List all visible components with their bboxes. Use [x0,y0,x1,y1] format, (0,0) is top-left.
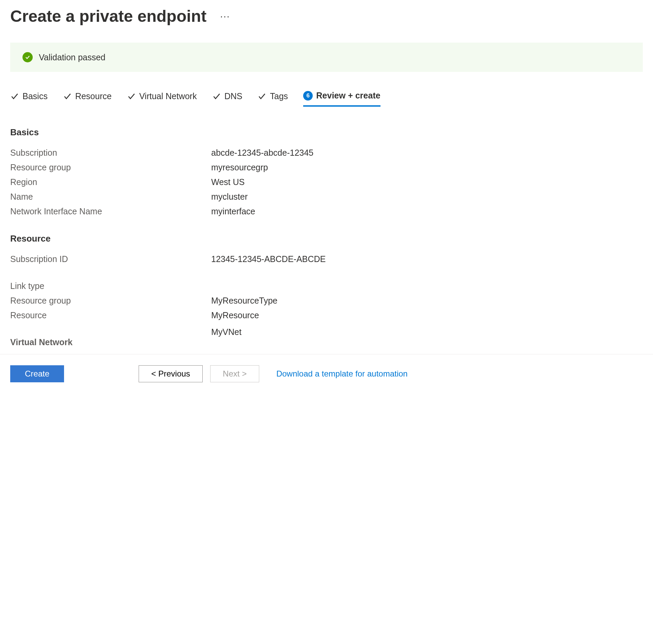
tab-label: Basics [22,91,48,101]
more-icon[interactable]: ··· [220,11,230,22]
step-number-icon: 6 [303,91,313,101]
check-icon [258,92,266,101]
check-icon [10,92,19,101]
review-row: Name mycluster [10,192,643,202]
section-basics: Basics Subscription abcde-12345-abcde-12… [10,127,643,216]
row-label: Region [10,177,211,187]
tab-label: Virtual Network [139,91,197,101]
tab-basics[interactable]: Basics [10,91,48,106]
tab-dns[interactable]: DNS [212,91,243,106]
wizard-footer: Create < Previous Next > Download a temp… [0,354,653,393]
section-title: Basics [10,127,643,138]
review-row: Virtual Network MyVNet [10,337,643,347]
row-label: Link type [10,281,211,291]
download-template-link[interactable]: Download a template for automation [276,369,408,379]
check-icon [63,92,72,101]
tab-resource[interactable]: Resource [63,91,112,106]
review-row: Subscription ID 12345-12345-ABCDE-ABCDE [10,254,643,264]
row-label: Subscription ID [10,254,211,264]
row-value: MyResourceType [211,296,278,306]
check-icon [212,92,221,101]
tab-label: Tags [270,91,288,101]
wizard-tabs: Basics Resource Virtual Network DNS Tags… [10,91,643,107]
row-label: Subscription [10,148,211,158]
review-row: Resource group myresourcegrp [10,163,643,172]
check-icon [127,92,136,101]
review-row: Resource group MyResourceType [10,296,643,306]
row-value: West US [211,177,245,187]
review-row: Subscription abcde-12345-abcde-12345 [10,148,643,158]
validation-banner: Validation passed [10,43,643,72]
review-row: Region West US [10,177,643,187]
next-button: Next > [210,365,259,382]
row-label: Resource group [10,163,211,172]
row-value: MyVNet [211,327,242,337]
row-label: Resource group [10,296,211,306]
section-title: Resource [10,233,643,244]
check-circle-icon [22,52,33,62]
tab-review-create[interactable]: 6 Review + create [303,91,380,107]
create-button[interactable]: Create [10,365,64,382]
row-value: myresourcegrp [211,163,268,172]
review-row: Link type [10,281,643,291]
row-label: Name [10,192,211,202]
section-title: Virtual Network [10,337,211,347]
row-label: Resource [10,310,211,320]
row-value: abcde-12345-abcde-12345 [211,148,313,158]
row-value: MyResource [211,310,259,320]
section-virtual-network: Virtual Network MyVNet [10,337,643,347]
validation-message: Validation passed [39,52,106,62]
row-value: mycluster [211,192,248,202]
tab-label: Resource [75,91,112,101]
row-value: 12345-12345-ABCDE-ABCDE [211,254,326,264]
tab-label: DNS [224,91,243,101]
tab-virtual-network[interactable]: Virtual Network [127,91,197,106]
tab-tags[interactable]: Tags [258,91,288,106]
row-value: myinterface [211,206,255,216]
page-title: Create a private endpoint [10,7,206,26]
previous-button[interactable]: < Previous [139,365,203,382]
page-header: Create a private endpoint ··· [10,7,643,26]
row-label: Network Interface Name [10,206,211,216]
review-row: Resource MyResource [10,310,643,320]
section-resource: Resource Subscription ID 12345-12345-ABC… [10,233,643,320]
review-row: Network Interface Name myinterface [10,206,643,216]
tab-label: Review + create [316,91,380,101]
